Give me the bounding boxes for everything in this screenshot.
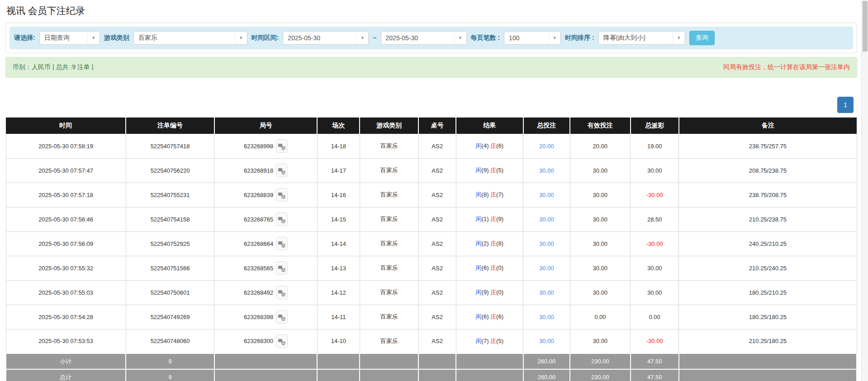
scrollbar[interactable]: [861, 0, 868, 381]
round-number: 623268839: [214, 183, 318, 207]
table-number: AS2: [418, 305, 456, 329]
payout-value: 28.50: [647, 216, 662, 223]
total-bet-link[interactable]: 30.00: [539, 192, 554, 198]
table-number: AS2: [418, 280, 456, 305]
total-bet-link[interactable]: 30.00: [539, 240, 554, 247]
game-category: 百家乐: [360, 183, 418, 207]
result: 闲(9) 庄(5): [456, 158, 523, 183]
valid-bet: 30.00: [570, 280, 631, 305]
bet-number: 522540748060: [126, 329, 214, 353]
video-icon[interactable]: [276, 237, 288, 250]
result-banker-label: 庄: [490, 289, 496, 296]
video-icon[interactable]: [276, 212, 288, 226]
table-row: 2025-05-30 07:57:47522540756220623268918…: [6, 158, 857, 183]
search-button[interactable]: 查询: [689, 31, 715, 45]
payout: -30.00: [631, 329, 679, 353]
query-type-select[interactable]: 日期查询 ▼: [39, 31, 100, 45]
game-category-select[interactable]: 百家乐 ▼: [133, 31, 247, 45]
remark: 238.75/208.75: [679, 183, 857, 207]
remark: 210.25/180.25: [679, 329, 857, 353]
result-banker-label: 庄: [490, 167, 496, 174]
video-icon[interactable]: [276, 164, 288, 177]
payout: 30.00: [631, 256, 679, 280]
result-player-score: (4): [482, 142, 489, 149]
result-banker-label: 庄: [490, 338, 496, 344]
session: 14-13: [317, 256, 360, 280]
table-row: 2025-05-30 07:56:09522540752925623268664…: [6, 231, 857, 256]
date-from-select[interactable]: 2025-05-30 ▼: [283, 31, 369, 45]
total-bet-link[interactable]: 30.00: [539, 314, 554, 320]
grand-total-label: 总计: [6, 369, 126, 381]
grand-total-row: 总计 9 260.00 230.00 47.50: [6, 369, 857, 381]
payout: -30.00: [631, 231, 679, 256]
result-banker-label: 庄: [490, 240, 496, 247]
round-number-text: 623268565: [244, 265, 273, 272]
video-icon[interactable]: [276, 286, 288, 299]
remark: 208.75/238.75: [679, 158, 857, 183]
total-bet-link[interactable]: 30.00: [539, 289, 554, 296]
game-category: 百家乐: [360, 329, 418, 353]
valid-bet: 20.00: [570, 134, 631, 158]
page-button-1[interactable]: 1: [837, 97, 854, 113]
total-bet-link[interactable]: 30.00: [539, 338, 554, 344]
total-bet: 30.00: [523, 158, 570, 183]
game-category: 百家乐: [360, 231, 418, 256]
result-player-score: (9): [482, 167, 489, 174]
result-player-label: 闲: [476, 191, 482, 198]
result: 闲(1) 庄(9): [456, 207, 523, 231]
table-row: 2025-05-30 07:57:18522540755231623268839…: [6, 183, 857, 207]
table-number: AS2: [418, 256, 456, 280]
video-icon[interactable]: [276, 334, 288, 348]
subtotal-count: 9: [126, 353, 214, 369]
round-number-text: 623268664: [244, 240, 273, 247]
bet-number: 522540756220: [126, 158, 214, 183]
round-number-text: 623268918: [244, 167, 273, 174]
scrollbar-thumb[interactable]: [863, 1, 868, 52]
result-banker-label: 庄: [490, 264, 496, 271]
video-icon[interactable]: [276, 310, 288, 324]
total-bet: 30.00: [523, 183, 570, 207]
time-sort-label: 时间排序 :: [565, 34, 594, 42]
valid-bet: 30.00: [570, 329, 631, 353]
page-size-select[interactable]: 100 ▼: [504, 31, 561, 45]
column-header: 局号: [214, 118, 318, 134]
table-number: AS2: [418, 329, 456, 353]
time-sort-select[interactable]: 降幂(由大到小) ▼: [598, 31, 685, 45]
total-bet-link[interactable]: 30.00: [539, 265, 554, 272]
game-category: 百家乐: [360, 305, 418, 329]
bet-time: 2025-05-30 07:57:18: [6, 183, 126, 207]
bet-number: 522540757418: [126, 134, 214, 158]
payout: 30.00: [631, 280, 679, 305]
round-number: 623268765: [214, 207, 318, 231]
payout-value: -30.00: [646, 240, 663, 247]
main-content: 视讯 会员下注纪录 请选择: 日期查询 ▼ 游戏类别 百家乐 ▼ 时间区间: 2…: [0, 0, 868, 381]
total-bet-link[interactable]: 30.00: [539, 167, 554, 174]
video-icon[interactable]: [276, 188, 288, 202]
valid-bet: 30.00: [570, 207, 631, 231]
table-row: 2025-05-30 07:55:03522540750601623268492…: [6, 280, 857, 305]
grand-total-count: 9: [126, 369, 214, 381]
payout: -30.00: [631, 183, 679, 207]
round-number: 623268398: [214, 305, 318, 329]
chevron-down-icon: ▼: [673, 32, 685, 44]
payout-value: 30.00: [647, 289, 662, 296]
result-banker-score: (7): [496, 191, 503, 198]
payout: 0.00: [631, 305, 679, 329]
remark: 238.75/257.75: [679, 134, 857, 158]
game-category: 百家乐: [360, 207, 418, 231]
remark: 180.25/180.25: [679, 305, 857, 329]
round-number: 623268918: [214, 158, 318, 183]
video-icon[interactable]: [276, 139, 288, 153]
subtotal-total-bet: 260.00: [523, 353, 570, 369]
total-bet-link[interactable]: 30.00: [539, 216, 554, 223]
result: 闲(7) 庄(5): [456, 329, 523, 353]
result-banker-score: (0): [496, 264, 503, 271]
date-to-select[interactable]: 2025-05-30 ▼: [381, 31, 467, 45]
column-header: 结果: [456, 118, 523, 134]
total-bet-link[interactable]: 20.00: [539, 143, 554, 150]
chevron-down-icon: ▼: [454, 32, 466, 44]
payout: 28.50: [631, 207, 679, 231]
video-icon[interactable]: [276, 261, 288, 275]
bet-time: 2025-05-30 07:54:28: [6, 305, 126, 329]
bet-number: 522540752925: [126, 231, 214, 256]
